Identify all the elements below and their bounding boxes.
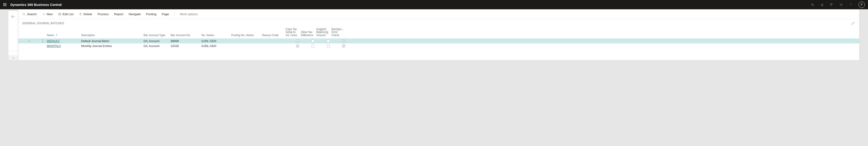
cmd-navigate-label: Navigate	[129, 12, 141, 16]
chk-suggest-balancing[interactable]	[327, 39, 330, 42]
table-row[interactable]: DEFAULTDefault Journal BatchG/L Account9…	[18, 38, 859, 43]
cell-bal-account-no: 10100	[170, 44, 200, 48]
cmd-edit-list-label: Edit List	[63, 12, 73, 16]
col-posting-no-series[interactable]: Posting No. Series	[230, 34, 261, 37]
grid: Name Description Bal. Account Type Bal. …	[18, 28, 859, 60]
cell-copy-tax	[285, 39, 300, 42]
app-title: Dynamics 365 Business Central	[9, 3, 62, 6]
collapse-button[interactable]	[851, 21, 855, 25]
chk-allow-tax[interactable]	[311, 45, 314, 48]
user-initial: F	[861, 3, 863, 6]
titlebar: GENERAL JOURNAL BATCHES	[18, 19, 859, 28]
chk-bg-error-check[interactable]	[342, 45, 345, 48]
app-topbar: Dynamics 365 Business Central F	[0, 0, 868, 9]
cmd-page[interactable]: Page	[162, 9, 169, 19]
arrow-right-icon	[11, 57, 15, 60]
svg-point-2	[841, 4, 842, 5]
chk-suggest-balancing[interactable]	[327, 45, 330, 48]
chk-copy-tax[interactable]	[296, 45, 299, 48]
cell-description: Monthly Journal Entries	[80, 44, 143, 48]
chk-copy-tax[interactable]	[296, 39, 299, 42]
row-actions-button[interactable]	[39, 39, 46, 42]
cell-copy-tax	[285, 45, 300, 48]
back-button[interactable]	[10, 14, 16, 20]
batch-name-link[interactable]: MONTHLY	[47, 44, 61, 48]
cmd-delete[interactable]: Delete	[79, 9, 92, 19]
col-suggest-balancing[interactable]: Suggest Balancing Amount	[315, 28, 331, 37]
svg-line-14	[851, 24, 852, 25]
grid-header-row: Name Description Bal. Account Type Bal. …	[18, 28, 859, 38]
help-icon	[849, 3, 852, 6]
cell-bg-error-check	[331, 45, 346, 48]
cmd-new[interactable]: New	[42, 9, 53, 19]
cmd-edit-list[interactable]: Edit List	[58, 9, 73, 19]
cmd-new-label: New	[46, 12, 53, 16]
global-search-button[interactable]	[808, 0, 817, 9]
help-button[interactable]	[846, 0, 855, 9]
col-bal-account-no[interactable]: Bal. Account No.	[170, 34, 200, 37]
app-launcher[interactable]	[0, 0, 9, 9]
left-rail-footer-row-1	[8, 51, 18, 56]
svg-rect-10	[59, 13, 61, 15]
col-bg-error-check[interactable]: Background Error Check	[331, 28, 346, 37]
kebab-icon	[42, 39, 43, 42]
bell-icon	[820, 3, 824, 6]
col-name[interactable]: Name	[46, 34, 80, 37]
cell-no-series: GJNL-GEN	[200, 39, 230, 43]
cmd-more-label: More options	[180, 12, 197, 16]
svg-point-19	[42, 42, 43, 42]
cmd-process-label: Process	[98, 12, 109, 16]
cmd-process[interactable]: Process	[98, 9, 109, 19]
left-rail-footer	[8, 51, 18, 60]
sort-asc-icon	[56, 34, 58, 36]
cmd-more-options[interactable]: More options	[180, 9, 197, 19]
svg-line-1	[813, 5, 814, 6]
col-bal-account-type[interactable]: Bal. Account Type	[143, 34, 170, 37]
cell-allow-tax	[300, 39, 315, 42]
col-description[interactable]: Description	[80, 34, 143, 37]
page-body: Search New Edit List Delete Process Repo…	[0, 9, 868, 60]
cell-bal-account-no: 99999	[170, 39, 200, 43]
cmd-delete-label: Delete	[84, 12, 92, 16]
cmd-search-label: Search	[27, 12, 37, 16]
svg-line-13	[854, 22, 855, 23]
cell-bg-error-check	[331, 39, 346, 42]
flag-button[interactable]	[827, 0, 836, 9]
current-row-icon	[27, 39, 31, 42]
chk-bg-error-check[interactable]	[342, 39, 345, 42]
page-title: GENERAL JOURNAL BATCHES	[22, 22, 64, 25]
cell-suggest-balancing	[315, 39, 331, 42]
cmd-navigate[interactable]: Navigate	[129, 9, 141, 19]
svg-point-18	[42, 41, 43, 41]
cmd-page-label: Page	[162, 12, 169, 16]
left-rail	[8, 11, 18, 60]
chk-allow-tax[interactable]	[311, 39, 314, 42]
cmd-report-label: Report	[114, 12, 123, 16]
cell-no-series: GJNL-GEN	[200, 44, 230, 48]
cmd-report[interactable]: Report	[114, 9, 123, 19]
col-no-series[interactable]: No. Series	[200, 34, 230, 37]
cell-description: Default Journal Batch	[80, 39, 143, 43]
cell-allow-tax	[300, 45, 315, 48]
search-icon	[811, 3, 814, 6]
cmd-posting-label: Posting	[146, 12, 156, 16]
col-allow-tax[interactable]: Allow Tax Difference	[300, 31, 315, 37]
table-row[interactable]: MONTHLYMonthly Journal EntriesG/L Accoun…	[18, 43, 859, 48]
search-icon	[22, 13, 26, 16]
gear-icon	[839, 3, 843, 6]
col-reason-code[interactable]: Reason Code	[261, 34, 285, 37]
batch-name-link[interactable]: DEFAULT	[47, 39, 60, 43]
col-copy-tax[interactable]: Copy Tax Setup to Jnl. Lines	[285, 28, 300, 37]
notifications-button[interactable]	[817, 0, 827, 9]
settings-button[interactable]	[836, 0, 846, 9]
cmd-search[interactable]: Search	[22, 9, 37, 19]
svg-point-17	[42, 39, 43, 40]
cmdbar-divider	[174, 12, 175, 16]
left-rail-footer-row-2[interactable]	[8, 56, 18, 60]
user-avatar[interactable]: F	[859, 2, 865, 8]
svg-point-0	[811, 4, 813, 5]
row-gutter	[18, 39, 39, 42]
cmd-posting[interactable]: Posting	[146, 9, 156, 19]
command-bar: Search New Edit List Delete Process Repo…	[18, 9, 859, 19]
cell-suggest-balancing	[315, 45, 331, 48]
